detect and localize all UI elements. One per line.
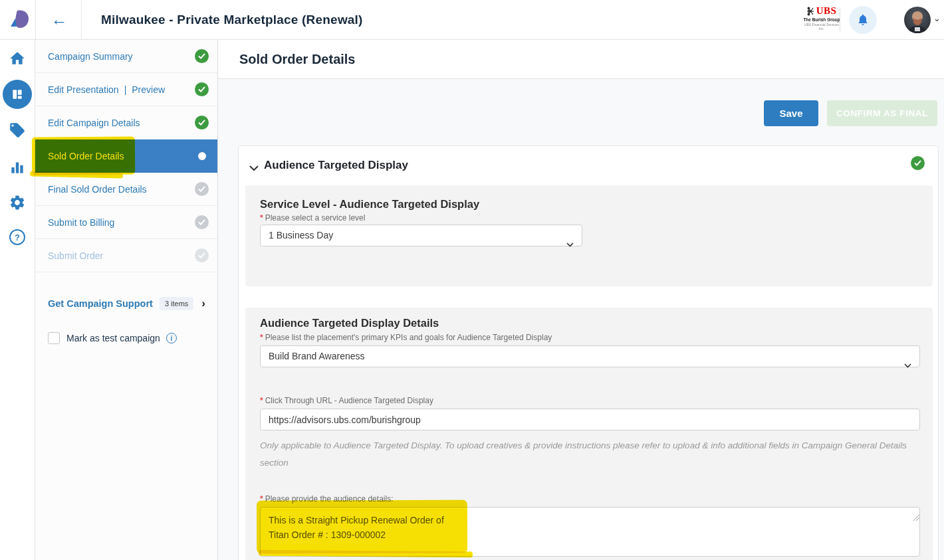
service-level-select[interactable]: 1 Business Day [260, 225, 582, 246]
kpi-label: *Please list the placement's primary KPI… [260, 333, 552, 342]
ubs-group-name: The Burish Group [802, 17, 842, 22]
collapse-chevron-icon[interactable] [249, 162, 259, 174]
click-through-url-input[interactable] [260, 409, 920, 430]
complete-check-icon [195, 82, 209, 96]
service-level-heading: Service Level - Audience Targeted Displa… [260, 198, 479, 211]
chevron-down-icon [904, 355, 911, 375]
section-title: Audience Targeted Display [264, 159, 408, 172]
confirm-as-final-button[interactable]: CONFIRM AS FINAL [827, 100, 937, 126]
ubs-wordmark: UBS [816, 5, 837, 17]
notifications-button[interactable] [849, 6, 877, 34]
sidebar-item-edit-campaign-details[interactable]: Edit Campaign Details [35, 106, 217, 140]
sidebar-item-edit-presentation[interactable]: Edit Presentation | Preview [35, 73, 217, 106]
sidebar-item-submit-order[interactable]: Submit Order [35, 239, 217, 272]
info-icon[interactable]: i [166, 333, 177, 343]
kpi-select[interactable]: Build Brand Awareness [260, 345, 920, 367]
audience-details-textarea[interactable]: This is a Straight Pickup Renewal Order … [260, 507, 920, 557]
tag-icon[interactable] [9, 122, 26, 141]
service-level-label: *Please select a service level [260, 213, 365, 223]
settings-icon[interactable] [9, 194, 26, 214]
main-header: Sold Order Details [218, 40, 944, 79]
sidebar-item-submit-to-billing[interactable]: Submit to Billing [35, 206, 217, 239]
display-details-panel: Audience Targeted Display Details *Pleas… [245, 308, 933, 560]
icon-rail: ? [0, 40, 35, 560]
test-campaign-row: Mark as test campaign i [35, 329, 217, 347]
complete-check-icon [195, 49, 209, 63]
sidebar-item-preview-link[interactable]: Preview [132, 84, 165, 95]
back-arrow-button[interactable]: ← [48, 9, 70, 31]
svg-text:?: ? [15, 233, 20, 242]
analytics-icon[interactable] [9, 159, 26, 179]
topbar-divider-3 [840, 9, 840, 31]
ubs-entity-name: UBS Financial Services Inc. [802, 23, 842, 31]
sidebar-item-campaign-summary[interactable]: Campaign Summary [35, 40, 217, 73]
chevron-down-icon [566, 234, 574, 254]
pending-check-icon [195, 215, 209, 229]
page-title: Sold Order Details [239, 52, 356, 67]
sidebar-item-final-sold-order-details[interactable]: Final Sold Order Details [35, 173, 217, 206]
support-items-badge: 3 items [160, 297, 193, 310]
complete-check-icon [195, 116, 209, 130]
top-bar: ← Milwaukee - Private Marketplace (Renew… [0, 0, 944, 40]
ubs-client-logo: UBS The Burish Group UBS Financial Servi… [802, 5, 842, 35]
campaign-steps-sidebar: Campaign Summary Edit Presentation | Pre… [35, 40, 218, 560]
campaigns-dashboard-icon[interactable] [3, 80, 32, 109]
current-step-dot [198, 152, 206, 160]
save-button[interactable]: Save [764, 100, 818, 126]
service-level-panel: Service Level - Audience Targeted Displa… [245, 185, 933, 286]
bell-icon [856, 13, 870, 27]
sidebar-item-sold-order-details[interactable]: Sold Order Details [35, 140, 217, 173]
applicability-note: Only applicable to Audience Targeted Dis… [260, 437, 925, 472]
campaign-title: Milwaukee - Private Marketplace (Renewal… [101, 0, 363, 40]
help-icon[interactable]: ? [9, 229, 26, 248]
topbar-divider [35, 0, 36, 40]
audience-details-label: *Please provide the audience details: [260, 494, 393, 504]
user-menu-chevron-icon[interactable]: ⌄ [933, 13, 941, 23]
ubs-keys-icon [807, 7, 815, 16]
audience-targeted-display-card: Audience Targeted Display Service Level … [238, 145, 939, 560]
details-heading: Audience Targeted Display Details [260, 317, 439, 329]
chevron-right-icon: › [201, 297, 205, 310]
home-icon[interactable] [9, 50, 26, 70]
section-complete-check-icon [911, 156, 925, 170]
click-through-url-label: *Click Through URL - Audience Targeted D… [260, 396, 433, 405]
user-avatar[interactable] [904, 7, 931, 33]
get-campaign-support-button[interactable]: Get Campaign Support 3 items › [35, 294, 217, 314]
topbar-divider-2 [81, 0, 82, 40]
app-logo-icon[interactable] [8, 9, 32, 31]
main-body: Save CONFIRM AS FINAL Audience Targeted … [218, 79, 944, 560]
pending-check-icon [195, 248, 209, 262]
pending-check-icon [195, 182, 209, 196]
section-header[interactable]: Audience Targeted Display [239, 146, 938, 185]
mark-as-test-campaign-checkbox[interactable] [48, 332, 60, 344]
